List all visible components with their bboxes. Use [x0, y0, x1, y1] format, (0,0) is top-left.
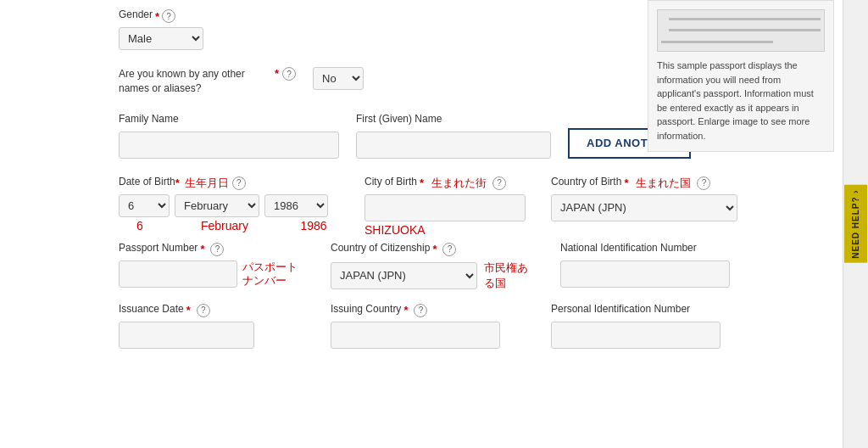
personal-id-label: Personal Identification Number	[551, 303, 690, 315]
issuing-country-input[interactable]	[331, 322, 500, 349]
personal-id-field: Personal Identification Number	[551, 303, 721, 349]
family-name-input[interactable]	[119, 132, 339, 159]
issuance-date-help-icon[interactable]: ?	[197, 304, 210, 317]
passport-info-text: This sample passport displays the inform…	[657, 59, 825, 143]
dob-field: Date of Birth * 生年月日 ? 6 February 1986 6…	[119, 176, 339, 232]
dob-jp-annotation: 生年月日	[185, 176, 229, 191]
need-help-tab[interactable]: NEED HELP? ›	[844, 185, 867, 263]
citizenship-required: *	[432, 243, 437, 255]
passport-num-field: Passport Number * ? パスポートナンバー	[119, 242, 305, 289]
gender-help-icon[interactable]: ?	[162, 9, 175, 23]
birth-section: Date of Birth * 生年月日 ? 6 February 1986 6…	[119, 176, 851, 237]
country-birth-required: *	[624, 176, 628, 189]
citizenship-label: Country of Citizenship	[331, 242, 430, 254]
city-annotation-row: SHIZUOKA	[364, 223, 526, 237]
dob-label-row: Date of Birth * 生年月日 ?	[119, 176, 339, 191]
aliases-label-group: Are you known by any other names or alia…	[119, 67, 296, 96]
citizenship-field: Country of Citizenship * ? JAPAN (JPN) U…	[331, 242, 535, 291]
issuance-date-label-row: Issuance Date * ?	[119, 303, 305, 318]
city-birth-jp-annotation: 生まれた街	[431, 176, 487, 191]
dob-annotation-row: 6 February 1986	[119, 219, 339, 232]
passport-image	[657, 9, 825, 52]
need-help-arrow: ›	[851, 189, 860, 193]
given-name-label: First (Given) Name	[356, 113, 442, 125]
citizenship-help-icon[interactable]: ?	[442, 243, 456, 256]
city-annotation: SHIZUOKA	[364, 223, 426, 237]
passport-num-label: Passport Number	[119, 242, 198, 254]
dob-required: *	[175, 176, 180, 189]
family-name-field: Family Name	[119, 113, 339, 159]
dob-inputs: 6 February 1986	[119, 194, 339, 217]
gender-select[interactable]: Male Female	[119, 27, 203, 50]
city-birth-field: City of Birth * 生まれた街 ? SHIZUOKA	[364, 176, 526, 237]
issuance-date-input[interactable]	[119, 322, 254, 349]
issuance-date-field: Issuance Date * ?	[119, 303, 305, 349]
bottom-row: Passport Number * ? パスポートナンバー Country of…	[119, 242, 851, 291]
given-name-label-row: First (Given) Name	[356, 113, 551, 128]
issuing-country-required: *	[403, 304, 408, 316]
aliases-select[interactable]: No Yes	[313, 67, 364, 90]
national-id-label: National Identification Number	[560, 242, 697, 254]
family-name-label-row: Family Name	[119, 113, 339, 128]
city-birth-help-icon[interactable]: ?	[492, 176, 506, 190]
family-name-label: Family Name	[119, 113, 179, 125]
issuance-date-label: Issuance Date	[119, 303, 184, 315]
issuance-row: Issuance Date * ? Issuing Country * ? Pe…	[119, 303, 851, 349]
given-name-field: First (Given) Name	[356, 113, 551, 159]
country-birth-label-row: Country of Birth * 生まれた国 ?	[551, 176, 737, 191]
national-id-field: National Identification Number	[560, 242, 730, 288]
need-help-label: NEED HELP?	[851, 197, 860, 259]
citizenship-label-row: Country of Citizenship * ?	[331, 242, 535, 257]
citizenship-select[interactable]: JAPAN (JPN) USA (USA)	[331, 262, 477, 289]
passport-num-label-row: Passport Number * ?	[119, 242, 305, 257]
issuance-date-required: *	[186, 304, 191, 316]
passport-num-input[interactable]	[119, 260, 237, 288]
dob-help-icon[interactable]: ?	[232, 176, 246, 190]
city-birth-input[interactable]	[364, 194, 526, 221]
dob-year-annotation: 1986	[288, 219, 339, 232]
national-id-input[interactable]	[560, 260, 730, 288]
passport-info-box: This sample passport displays the inform…	[648, 0, 834, 152]
given-name-input[interactable]	[356, 132, 551, 159]
country-birth-select[interactable]: JAPAN (JPN) USA (USA)	[551, 194, 737, 221]
gender-required: *	[155, 10, 159, 23]
dob-day-select[interactable]: 6	[119, 194, 170, 217]
issuing-country-label-row: Issuing Country * ?	[331, 303, 526, 318]
right-edge: NEED HELP? ›	[843, 0, 868, 448]
citizenship-annotation: 市民権ある国	[484, 260, 535, 291]
dob-label: Date of Birth	[119, 176, 175, 188]
dob-month-annotation: February	[186, 219, 263, 232]
aliases-label: Are you known by any other names or alia…	[119, 67, 271, 96]
city-birth-label-row: City of Birth * 生まれた街 ?	[364, 176, 526, 191]
dob-month-select[interactable]: February	[175, 194, 259, 217]
personal-id-input[interactable]	[551, 322, 721, 349]
city-birth-required: *	[420, 176, 424, 189]
passport-num-required: *	[200, 243, 204, 255]
dob-day-annotation: 6	[119, 219, 161, 232]
issuing-country-help-icon[interactable]: ?	[414, 304, 427, 317]
country-birth-jp-annotation: 生まれた国	[636, 176, 691, 191]
aliases-required: *	[275, 67, 279, 80]
personal-id-label-row: Personal Identification Number	[551, 303, 721, 318]
country-birth-help-icon[interactable]: ?	[697, 176, 710, 190]
passport-annotation: パスポートナンバー	[242, 260, 305, 289]
passport-num-help-icon[interactable]: ?	[210, 243, 224, 256]
country-birth-field: Country of Birth * 生まれた国 ? JAPAN (JPN) U…	[551, 176, 737, 221]
gender-label: Gender	[119, 8, 153, 20]
city-birth-label: City of Birth	[364, 176, 417, 188]
country-birth-label: Country of Birth	[551, 176, 621, 188]
aliases-help-icon[interactable]: ?	[282, 67, 296, 81]
issuing-country-field: Issuing Country * ?	[331, 303, 526, 349]
issuing-country-label: Issuing Country	[331, 303, 401, 315]
dob-year-select[interactable]: 1986	[264, 194, 328, 217]
national-id-label-row: National Identification Number	[560, 242, 730, 257]
